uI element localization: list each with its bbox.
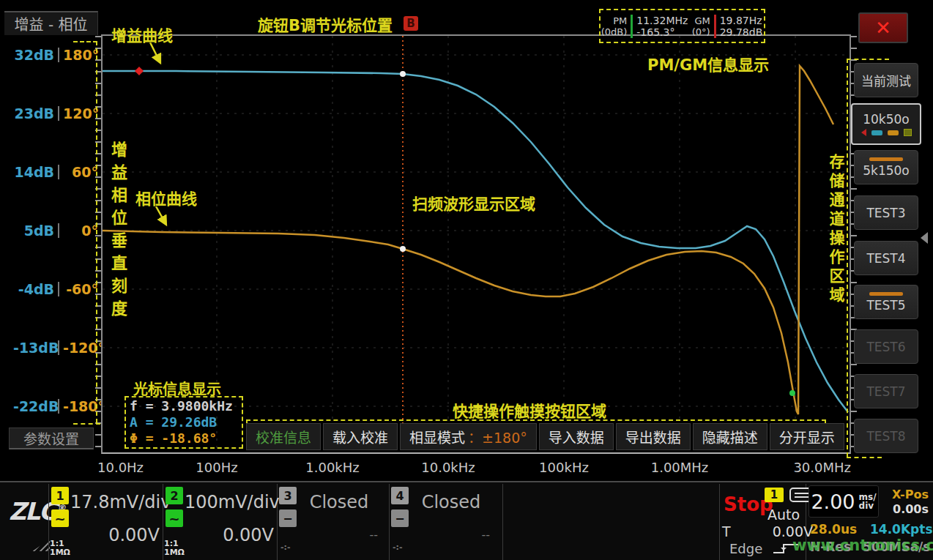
- cursor-phase: Φ = -18.68°: [130, 430, 238, 447]
- ch2-offset[interactable]: 0.00V: [185, 525, 274, 545]
- left-bracket: [73, 41, 97, 42]
- xpos-label: X-Pos: [883, 488, 929, 501]
- split-display-button[interactable]: 分开显示: [770, 423, 844, 450]
- right-bracket: [847, 59, 848, 457]
- current-test-button[interactable]: 当前测试: [854, 63, 918, 97]
- right-bracket: [847, 59, 889, 60]
- x-tick-label: 10.0kHz: [421, 460, 475, 475]
- phase-curve: [103, 66, 833, 414]
- test7-button[interactable]: TEST7: [854, 374, 918, 408]
- right-bracket: [847, 457, 882, 458]
- gm-label: GM: [692, 15, 710, 26]
- timebase-scale: 2.00: [811, 490, 855, 513]
- x-tick-label: 10.0Hz: [97, 460, 144, 475]
- ch2-impedance: 1MΩ: [164, 548, 185, 557]
- x-tick-label: 1.00kHz: [305, 460, 360, 475]
- pm-group: PM(0dB) 11.32MHz-165.3°: [601, 15, 688, 38]
- hatch-icon: [32, 540, 50, 551]
- gain-curve: [103, 71, 848, 412]
- x-tick-label: 1.00MHz: [651, 460, 709, 475]
- trigger-marker-icon: [861, 129, 866, 136]
- timebase-unit: ms/div: [859, 493, 877, 510]
- phase-mode-label: 相显模式: [409, 427, 465, 447]
- x-tick-label: 100kHz: [539, 460, 589, 475]
- trigger-source-badge[interactable]: 1: [765, 488, 784, 502]
- gm-ref: (0°): [692, 26, 710, 37]
- test5-button[interactable]: TEST5: [854, 285, 918, 319]
- ch1-offset[interactable]: 0.00V: [70, 525, 160, 545]
- ch3-status[interactable]: Closed: [296, 492, 382, 512]
- watermark: www.cntronics.com: [792, 537, 933, 554]
- pm-frequency: 11.32MHz: [636, 15, 688, 26]
- test6-button[interactable]: TEST6: [854, 329, 918, 364]
- close-button[interactable]: ✕: [858, 12, 908, 43]
- ch4-coupling-icon[interactable]: −: [391, 509, 409, 527]
- gm-group: GM(0°) 19.87Hz29.78dB: [692, 15, 763, 38]
- side-button-label: TEST8: [866, 429, 905, 444]
- ch2-scale[interactable]: 100mV/div: [185, 492, 274, 512]
- ch1-scale[interactable]: 17.8mV/div: [70, 492, 160, 512]
- phase-mode-button[interactable]: 相显模式 ：±180°: [400, 423, 537, 450]
- cursor-dot-gain: [400, 71, 406, 77]
- ch4-status[interactable]: Closed: [408, 492, 494, 512]
- memory-slot-2-button[interactable]: 5k150o: [854, 150, 918, 184]
- export-data-label: 导出数据: [625, 427, 681, 447]
- knob-cursor-label: 旋钮B调节光标位置: [258, 13, 393, 35]
- gm-value: 29.78dB: [720, 26, 763, 38]
- memory-slot-1-button[interactable]: 10k50o: [851, 103, 921, 145]
- ch3-coupling-icon[interactable]: −: [279, 509, 297, 527]
- import-data-label: 导入数据: [549, 427, 604, 447]
- ch1-number-badge[interactable]: 1: [51, 487, 69, 504]
- load-calibration-button[interactable]: 载入校准: [323, 423, 398, 450]
- vertical-scale-label: 增益相位垂直刻度: [105, 141, 129, 323]
- bode-plot-svg: [0, 0, 933, 560]
- knob-b-badge: B: [404, 16, 418, 31]
- cursor-frequency: f = 3.9800kHz: [130, 398, 238, 414]
- ch4-number-badge[interactable]: 4: [391, 487, 409, 504]
- import-data-button[interactable]: 导入数据: [539, 423, 614, 450]
- trigger-mode[interactable]: Auto: [767, 507, 800, 523]
- hide-description-button[interactable]: 隐藏描述: [693, 423, 767, 450]
- test4-button[interactable]: TEST4: [854, 241, 918, 275]
- ch2-probe-info: 1:11MΩ: [164, 540, 185, 557]
- trigger-delay: 28.0us: [810, 522, 857, 537]
- ch2-coupling-icon[interactable]: ~: [166, 509, 183, 527]
- ch2-number-badge[interactable]: 2: [166, 487, 183, 504]
- test3-button[interactable]: TEST3: [854, 195, 918, 230]
- divider: [389, 484, 390, 560]
- pm-color-bar: [631, 15, 633, 38]
- x-tick-label: 30.0MHz: [793, 460, 851, 475]
- timebase-display[interactable]: 2.00 ms/div: [809, 485, 879, 518]
- ch3-offset: --: [296, 528, 378, 542]
- ch3-number-badge[interactable]: 3: [279, 487, 297, 504]
- trigger-level-label: T: [722, 523, 731, 540]
- cursor-readout: f = 3.9800kHz A = 29.26dB Φ = -18.68°: [124, 396, 243, 449]
- slot-marker-bar: [869, 157, 903, 161]
- gain-curve-label: 增益曲线: [111, 23, 173, 45]
- gain-label-arrow: [150, 42, 160, 63]
- hide-description-label: 隐藏描述: [702, 427, 758, 447]
- slot-marker-bar: [869, 292, 903, 296]
- calibration-info-button[interactable]: 校准信息: [246, 423, 321, 450]
- trigger-type[interactable]: Edge: [729, 541, 762, 556]
- export-data-button[interactable]: 导出数据: [616, 423, 691, 450]
- ch1-coupling-icon[interactable]: ~: [51, 509, 69, 527]
- load-calibration-label: 载入校准: [332, 427, 388, 447]
- pm-gm-readout: PM(0dB) 11.32MHz-165.3° GM(0°) 19.87Hz29…: [599, 10, 765, 43]
- xpos-value[interactable]: 0.00s: [883, 502, 929, 516]
- left-bracket: [96, 41, 97, 423]
- gm-marker: [135, 67, 144, 75]
- ch4-probe-info: -:-: [393, 543, 403, 552]
- test8-button[interactable]: TEST8: [854, 419, 918, 453]
- touch-area-label: 快捷操作触摸按钮区域: [453, 399, 606, 421]
- brand-text: ZLG: [9, 497, 57, 526]
- side-button-label: 10k50o: [863, 112, 910, 127]
- collapse-panel-arrow-icon[interactable]: [921, 232, 928, 244]
- phase-curve-label: 相位曲线: [135, 187, 197, 209]
- gm-color-bar: [714, 15, 716, 38]
- pm-value: -165.3°: [636, 26, 688, 38]
- quick-button-row: 校准信息 载入校准 相显模式 ：±180° 导入数据 导出数据 隐藏描述 分开显…: [246, 423, 844, 450]
- side-button-label: TEST6: [866, 340, 905, 354]
- side-button-label: TEST3: [866, 206, 905, 220]
- side-button-label: TEST7: [866, 384, 905, 399]
